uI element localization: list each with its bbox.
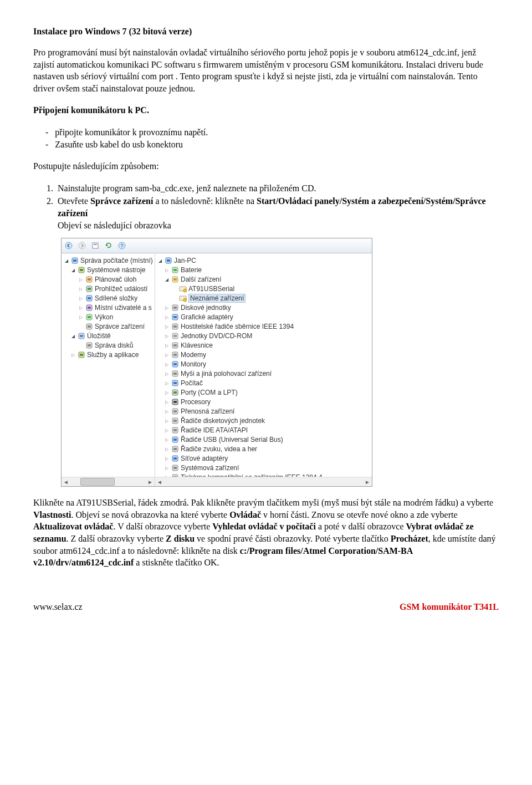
expand-icon[interactable] <box>164 417 170 424</box>
scroll-left-icon[interactable]: ◄ <box>155 479 164 485</box>
tree-item[interactable]: Řadiče USB (Universal Serial Bus) <box>157 435 371 444</box>
tree-item-label: Systémová zařízení <box>181 464 239 472</box>
cpu-icon <box>171 398 179 406</box>
expand-icon[interactable] <box>78 286 84 292</box>
svg-rect-33 <box>173 278 177 281</box>
expand-icon[interactable] <box>164 314 170 320</box>
tree-item-label: Plánovač úloh <box>95 276 136 283</box>
svg-rect-63 <box>173 410 177 412</box>
tree-item[interactable]: Myši a jiná polohovací zařízení <box>157 369 371 378</box>
tree-item[interactable]: Výkon <box>64 312 154 322</box>
scroll-right-icon[interactable]: ► <box>146 479 155 485</box>
intro-paragraph: Pro programování musí být nainstalován o… <box>33 47 499 94</box>
expand-icon[interactable] <box>164 380 170 386</box>
svg-rect-31 <box>173 269 177 271</box>
tree-item[interactable]: Procesory <box>157 397 371 406</box>
expand-icon[interactable] <box>164 333 170 339</box>
collapse-icon[interactable] <box>164 276 170 282</box>
tree-item-label: Prohlížeč událostí <box>95 285 147 293</box>
collapse-icon[interactable] <box>70 267 76 273</box>
help-icon[interactable]: ? <box>118 242 126 249</box>
back-icon[interactable] <box>65 242 73 249</box>
tree-item-label: Diskové jednotky <box>181 304 231 312</box>
properties-icon[interactable] <box>91 242 99 249</box>
expand-icon[interactable] <box>164 304 170 310</box>
expand-icon[interactable] <box>70 351 76 358</box>
scroll-left-icon[interactable]: ◄ <box>62 479 70 485</box>
scroll-thumb[interactable] <box>80 478 115 486</box>
tree-item[interactable]: Místní uživatelé a s <box>64 303 154 312</box>
collapse-icon[interactable] <box>157 257 163 263</box>
collapse-icon[interactable] <box>70 333 76 339</box>
expand-icon[interactable] <box>164 370 170 376</box>
expand-icon[interactable] <box>78 276 84 282</box>
storage-icon <box>78 332 85 340</box>
tree-item[interactable]: Klávesnice <box>157 340 371 350</box>
expand-icon[interactable] <box>164 455 170 461</box>
ide-icon <box>171 426 179 434</box>
tree-item[interactable]: Správce zařízení <box>64 322 154 331</box>
expand-icon[interactable] <box>78 314 84 320</box>
tree-item[interactable]: Jan-PC <box>157 256 371 265</box>
tree-item-label: Systémové nástroje <box>87 266 145 274</box>
expand-icon[interactable] <box>164 427 170 433</box>
battery-icon <box>171 266 179 274</box>
expand-icon[interactable] <box>164 465 170 471</box>
tools-icon <box>78 266 85 274</box>
refresh-icon[interactable] <box>105 242 112 249</box>
expand-icon[interactable] <box>78 295 84 301</box>
expand-icon[interactable] <box>164 408 170 414</box>
scrollbar-horizontal[interactable]: ◄ ► <box>155 477 372 486</box>
tree-item[interactable]: Diskové jednotky <box>157 303 371 312</box>
svg-rect-11 <box>88 278 91 281</box>
svg-rect-3 <box>94 244 97 245</box>
tree-item[interactable]: Správa disků <box>64 340 154 350</box>
expand-icon[interactable] <box>164 342 170 348</box>
expand-icon[interactable] <box>164 389 170 395</box>
forward-icon[interactable] <box>78 242 86 249</box>
tree-item-label: Monitory <box>181 360 206 368</box>
warn-icon: ! <box>179 285 187 293</box>
scrollbar-horizontal[interactable]: ◄ ► <box>62 477 155 486</box>
expand-icon[interactable] <box>78 304 84 310</box>
tree-item[interactable]: Jednotky DVD/CD-ROM <box>157 331 371 340</box>
tree-item[interactable]: Úložiště <box>64 331 154 340</box>
tree-item-label: Klávesnice <box>181 341 213 349</box>
tree-item[interactable]: !Neznámé zařízení <box>157 293 371 303</box>
tree-item[interactable]: Porty (COM a LPT) <box>157 388 371 397</box>
tree-item[interactable]: Systémová zařízení <box>157 463 371 472</box>
expand-icon[interactable] <box>164 399 170 405</box>
tree-item[interactable]: Plánovač úloh <box>64 274 154 284</box>
devmgr-icon <box>85 323 93 330</box>
tree-item[interactable]: !AT91USBSerial <box>157 284 371 293</box>
tree-item[interactable]: Další zařízení <box>157 274 371 284</box>
tree-item[interactable]: Hostitelské řadiče sběrnice IEEE 1394 <box>157 322 371 331</box>
tree-item[interactable]: Řadiče IDE ATA/ATAPI <box>157 425 371 435</box>
expand-icon[interactable] <box>164 351 170 358</box>
tree-item[interactable]: Grafické adaptéry <box>157 312 371 322</box>
expand-icon[interactable] <box>164 361 170 367</box>
tree-item[interactable]: Řadiče zvuku, videa a her <box>157 444 371 453</box>
tree-item[interactable]: Síťové adaptéry <box>157 453 371 463</box>
tree-item[interactable]: Služby a aplikace <box>64 350 154 359</box>
svg-text:!: ! <box>185 289 185 292</box>
scroll-right-icon[interactable]: ► <box>363 479 372 485</box>
tree-item[interactable]: Sdílené složky <box>64 293 154 303</box>
tree-item-label: Porty (COM a LPT) <box>181 389 238 396</box>
tree-item[interactable]: Monitory <box>157 359 371 369</box>
tree-item[interactable]: Přenosná zařízení <box>157 406 371 416</box>
expand-icon[interactable] <box>164 267 170 273</box>
right-pane: Jan-PCBaterieDalší zařízení!AT91USBSeria… <box>155 253 372 486</box>
tree-item[interactable]: Počítač <box>157 378 371 388</box>
tree-item[interactable]: Prohlížeč událostí <box>64 284 154 293</box>
expand-icon[interactable] <box>164 446 170 452</box>
expand-icon[interactable] <box>164 323 170 329</box>
tree-item[interactable]: Správa počítače (místní) <box>64 256 154 265</box>
collapse-icon[interactable] <box>64 257 69 263</box>
net-icon <box>171 455 179 462</box>
tree-item[interactable]: Systémové nástroje <box>64 265 154 274</box>
tree-item[interactable]: Baterie <box>157 265 371 274</box>
tree-item[interactable]: Řadiče disketových jednotek <box>157 416 371 425</box>
expand-icon[interactable] <box>164 436 170 442</box>
tree-item[interactable]: Modemy <box>157 350 371 359</box>
